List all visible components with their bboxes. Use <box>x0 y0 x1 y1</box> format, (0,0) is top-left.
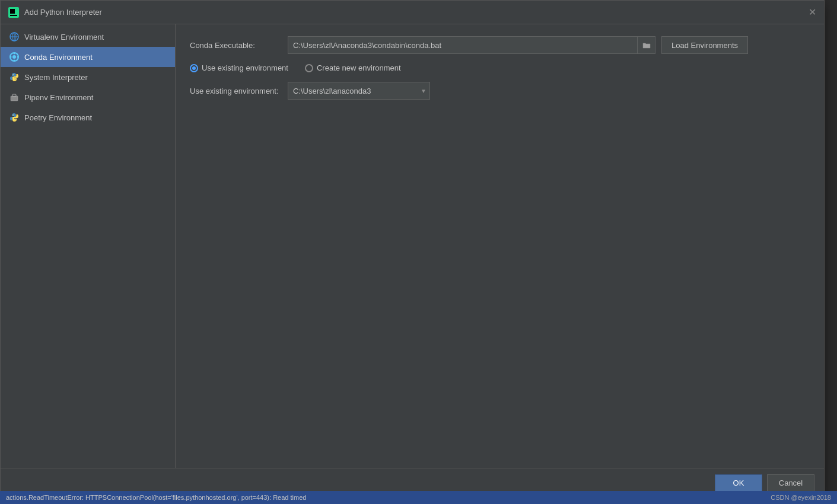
svg-point-8 <box>14 60 15 62</box>
svg-point-10 <box>17 56 19 58</box>
poetry-icon <box>9 112 20 123</box>
sidebar-item-pipenv-label: Pipenv Environment <box>24 93 93 102</box>
radio-options-row: Use existing environment Create new envi… <box>190 63 810 72</box>
sidebar-item-system-label: System Interpreter <box>24 73 88 82</box>
radio-use-existing[interactable]: Use existing environment <box>190 63 288 72</box>
conda-executable-input-group <box>288 36 655 54</box>
env-dropdown[interactable]: C:\Users\zl\anaconda3 <box>288 82 430 100</box>
sidebar-item-poetry-label: Poetry Environment <box>24 113 92 122</box>
radio-create-new[interactable]: Create new environment <box>305 63 401 72</box>
svg-point-6 <box>12 55 16 59</box>
status-bar-text: actions.ReadTimeoutError: HTTPSConnectio… <box>6 494 306 501</box>
sidebar-item-virtualenv-label: Virtualenv Environment <box>24 33 104 42</box>
ok-button[interactable]: OK <box>715 474 762 492</box>
sidebar-item-conda-label: Conda Environment <box>24 53 93 62</box>
dialog-window: Add Python Interpreter ✕ Virtualenv Envi… <box>0 0 825 498</box>
virtualenv-icon <box>9 31 20 42</box>
conda-executable-row: Conda Executable: Load Environments <box>190 36 810 54</box>
svg-point-11 <box>13 74 14 75</box>
title-bar: Add Python Interpreter ✕ <box>1 1 824 24</box>
dialog-content: Virtualenv Environment Conda Environment <box>1 24 824 468</box>
use-existing-env-row: Use existing environment: C:\Users\zl\an… <box>190 82 810 100</box>
svg-rect-1 <box>10 9 15 14</box>
dialog-title: Add Python Interpreter <box>24 8 102 17</box>
svg-point-15 <box>13 114 14 116</box>
conda-icon <box>9 52 20 62</box>
conda-executable-label: Conda Executable: <box>190 41 288 50</box>
sidebar-item-pipenv[interactable]: Pipenv Environment <box>1 87 175 107</box>
pycharm-icon <box>8 7 20 18</box>
radio-use-existing-input[interactable] <box>190 64 198 72</box>
close-button[interactable]: ✕ <box>807 8 817 17</box>
load-environments-button[interactable]: Load Environments <box>661 36 748 54</box>
main-panel: Conda Executable: Load Environments Use … <box>176 24 824 468</box>
python-icon <box>9 72 20 82</box>
radio-create-new-input[interactable] <box>305 64 313 72</box>
title-bar-left: Add Python Interpreter <box>8 7 102 18</box>
pipenv-icon <box>9 92 20 103</box>
use-existing-env-label: Use existing environment: <box>190 87 288 95</box>
svg-point-7 <box>14 53 15 55</box>
status-bar: actions.ReadTimeoutError: HTTPSConnectio… <box>0 491 837 504</box>
env-dropdown-wrapper: C:\Users\zl\anaconda3 ▼ <box>288 82 430 100</box>
sidebar: Virtualenv Environment Conda Environment <box>1 24 176 468</box>
svg-rect-2 <box>10 15 17 16</box>
svg-point-16 <box>15 119 16 120</box>
svg-point-12 <box>15 79 16 80</box>
folder-browse-button[interactable] <box>638 36 655 54</box>
sidebar-item-virtualenv[interactable]: Virtualenv Environment <box>1 27 175 47</box>
sidebar-item-poetry[interactable]: Poetry Environment <box>1 107 175 127</box>
conda-executable-input[interactable] <box>288 36 638 54</box>
radio-create-new-label: Create new environment <box>317 63 401 72</box>
svg-point-9 <box>10 56 12 58</box>
status-bar-attribution: CSDN @eyexin2018 <box>771 494 831 501</box>
sidebar-item-system[interactable]: System Interpreter <box>1 67 175 87</box>
cancel-button[interactable]: Cancel <box>767 474 814 492</box>
sidebar-item-conda[interactable]: Conda Environment <box>1 47 175 67</box>
radio-use-existing-label: Use existing environment <box>202 63 288 72</box>
